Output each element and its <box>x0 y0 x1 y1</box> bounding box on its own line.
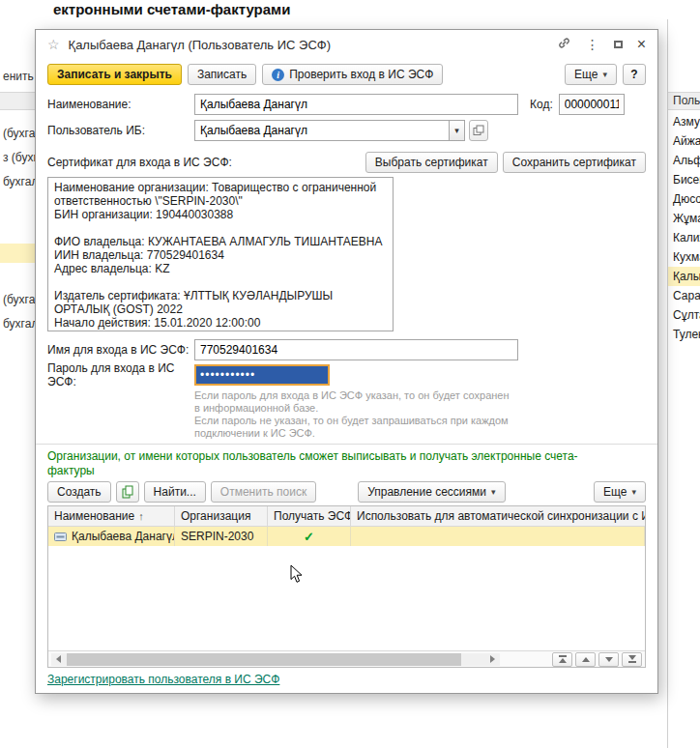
organizations-table: Наименование ↑ Организация Получать ЭСФ … <box>47 505 646 668</box>
hscroll-track[interactable] <box>66 653 485 666</box>
catalog-item-icon <box>54 532 67 542</box>
find-button[interactable]: Найти... <box>144 481 206 503</box>
dialog-command-bar: Записать и закрыть Записать i Проверить … <box>47 63 646 86</box>
more-button[interactable]: Еще ▾ <box>565 64 617 85</box>
choose-certificate-button[interactable]: Выбрать сертификат <box>365 152 498 173</box>
cancel-search-button[interactable]: Отменить поиск <box>211 481 316 503</box>
sessions-button-label: Управление сессиями <box>367 485 486 499</box>
user-list-item[interactable]: Азмух <box>668 112 700 131</box>
parent-page-title: ектронными счетами-фактурами <box>53 1 290 17</box>
row-cell-organization: SERPIN-2030 <box>175 527 268 546</box>
help-button[interactable]: ? <box>623 64 646 85</box>
user-list-item[interactable]: Альфи <box>668 151 700 170</box>
go-to-top-button[interactable] <box>552 652 572 667</box>
go-to-bottom-button[interactable] <box>622 652 642 667</box>
user-list-item[interactable]: Жұма <box>668 209 700 228</box>
user-list-item[interactable]: Калих <box>668 228 700 247</box>
more-menu-icon[interactable]: ⋮ <box>586 37 599 52</box>
user-list-item[interactable]: Дюсо <box>668 189 700 209</box>
check-icon: ✓ <box>304 530 314 544</box>
certificate-info-box[interactable]: Наименование организации: Товарищество с… <box>47 177 394 331</box>
row-cell-sync <box>351 527 645 546</box>
column-header-organization[interactable]: Организация <box>175 506 268 526</box>
organizations-more-label: Еще <box>603 485 627 499</box>
parent-fragment-row: бухгалтер (Глав <box>3 317 35 331</box>
user-list-item[interactable]: Кухма <box>668 247 700 267</box>
organizations-toolbar: Создать Найти... Отменить поиск Управлен… <box>47 480 646 503</box>
organizations-more-button[interactable]: Еще ▾ <box>594 481 646 503</box>
column-header-receive-esf[interactable]: Получать ЭСФ <box>268 506 351 526</box>
page-up-button[interactable] <box>575 652 596 667</box>
code-label: Код: <box>530 98 553 111</box>
sessions-button[interactable]: Управление сессиями ▾ <box>358 481 505 503</box>
favorite-star-icon[interactable]: ☆ <box>47 37 60 52</box>
table-header: Наименование ↑ Организация Получать ЭСФ … <box>48 506 645 527</box>
certificate-label: Сертификат для входа в ИС ЭСФ: <box>47 156 232 169</box>
user-list-item[interactable]: Тулен <box>668 325 700 344</box>
page-down-button[interactable] <box>598 652 619 667</box>
hscroll-left-arrow[interactable] <box>51 653 66 666</box>
password-hint: Если пароль для входа в ИС ЭСФ указан, т… <box>194 389 513 440</box>
user-list-item-selected[interactable]: Қалыб <box>668 267 700 286</box>
create-button[interactable]: Создать <box>47 481 111 503</box>
save-button[interactable]: Записать <box>188 64 256 85</box>
parent-fragment-row: (бухгалт <box>3 293 35 306</box>
parent-table-header-band <box>0 92 35 110</box>
save-certificate-button[interactable]: Сохранить сертификат <box>503 152 646 173</box>
table-empty-area[interactable] <box>48 546 645 650</box>
user-list-item[interactable]: Айжан <box>668 131 700 151</box>
list-navigation-buttons <box>552 652 642 667</box>
copy-icon <box>121 485 134 499</box>
close-icon[interactable]: × <box>637 37 646 52</box>
users-column-header: Пользо <box>673 94 700 107</box>
user-list-item[interactable]: Сара ( <box>668 286 700 305</box>
more-button-label: Еще <box>574 68 598 81</box>
code-input[interactable] <box>559 94 625 115</box>
parent-fragment-row: бухгалте <box>3 175 35 188</box>
parent-fragment-button: енить форму) <box>3 70 35 83</box>
ib-user-label: Пользователь ИБ: <box>47 124 194 137</box>
get-link-icon[interactable] <box>557 36 571 53</box>
parent-selected-row-band <box>0 244 35 263</box>
dialog-titlebar: ☆ Қалыбаева Данагүл (Пользователь ИС ЭСФ… <box>36 30 657 59</box>
ib-user-open-button[interactable] <box>469 120 488 141</box>
user-list-item[interactable]: Сұлта <box>668 305 700 325</box>
check-esf-login-label: Проверить вход в ИС ЭСФ <box>289 68 433 81</box>
ib-user-input[interactable] <box>194 120 449 141</box>
chevron-down-icon: ▾ <box>491 487 496 497</box>
esf-password-input[interactable]: ••••••••••• <box>194 364 330 386</box>
row-cell-name: Қалыбаева Данагүл <box>48 527 175 546</box>
row-name-text: Қалыбаева Данагүл <box>72 530 175 543</box>
sort-ascending-icon: ↑ <box>138 510 144 522</box>
parent-left-panel: енить форму) (бухгалте з (бухгал бухгалт… <box>0 19 35 748</box>
name-input[interactable] <box>194 94 518 115</box>
parent-fragment-row: з (бухгал <box>3 151 35 164</box>
table-row[interactable]: Қалыбаева Данагүл SERPIN-2030 ✓ <box>48 527 645 546</box>
parent-users-panel: Пользо Азмух Айжан Альфи Бисен Дюсо Жұма… <box>667 19 700 748</box>
dialog-title: Қалыбаева Данагүл (Пользователь ИС ЭСФ) <box>69 38 331 52</box>
esf-login-input[interactable] <box>194 339 518 360</box>
ib-user-dropdown-button[interactable]: ▾ <box>449 120 465 141</box>
register-esf-user-link[interactable]: Зарегистрировать пользователя в ИС ЭСФ <box>47 673 279 686</box>
maximize-icon[interactable] <box>614 38 623 51</box>
ib-user-combo: ▾ <box>194 120 465 141</box>
chevron-down-icon: ▾ <box>602 70 607 79</box>
copy-button[interactable] <box>116 481 139 503</box>
column-header-name-label: Наименование <box>54 509 134 523</box>
open-icon <box>473 125 484 136</box>
chevron-down-icon: ▾ <box>631 487 636 497</box>
mouse-cursor <box>290 564 303 588</box>
name-label: Наименование: <box>47 98 194 111</box>
column-header-sync[interactable]: Использовать для автоматической синхрони… <box>351 506 645 526</box>
hscroll-thumb[interactable] <box>67 653 461 666</box>
parent-fragment-row: (бухгалте <box>3 127 35 140</box>
esf-user-dialog: ☆ Қалыбаева Данагүл (Пользователь ИС ЭСФ… <box>35 29 658 694</box>
hscroll-right-arrow[interactable] <box>485 653 500 666</box>
check-esf-login-button[interactable]: i Проверить вход в ИС ЭСФ <box>262 64 443 85</box>
save-and-close-button[interactable]: Записать и закрыть <box>47 64 182 85</box>
column-header-name[interactable]: Наименование ↑ <box>48 506 175 526</box>
info-icon: i <box>272 69 284 81</box>
user-list-item[interactable]: Бисен <box>668 170 700 189</box>
row-cell-receive-esf: ✓ <box>268 527 351 546</box>
chevron-down-icon: ▾ <box>454 126 459 135</box>
